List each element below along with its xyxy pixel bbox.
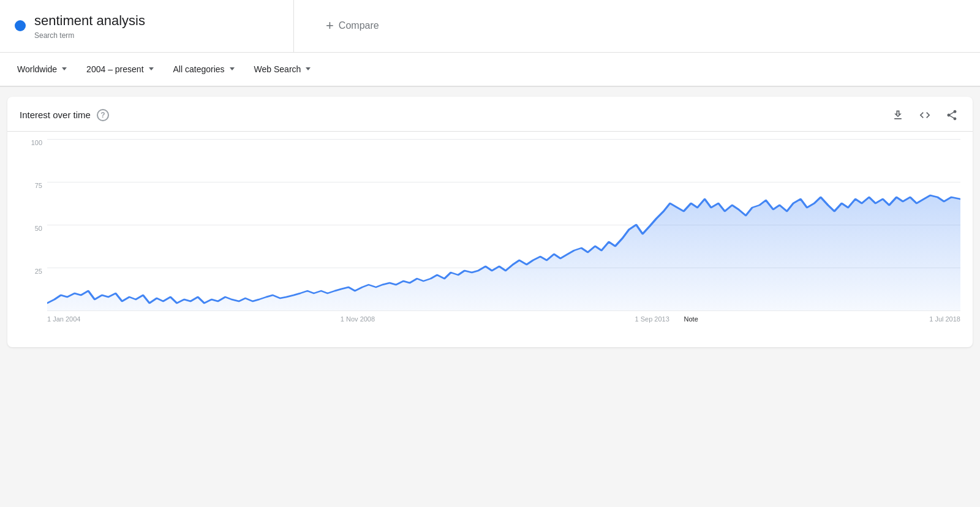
compare-button[interactable]: + Compare [318, 14, 386, 37]
category-chevron-icon [230, 67, 235, 70]
y-label-25: 25 [35, 268, 47, 275]
help-icon[interactable]: ? [97, 109, 109, 121]
searchtype-filter-label: Web Search [254, 64, 301, 74]
timerange-filter[interactable]: 2004 – present [79, 59, 160, 79]
x-label-2018: 1 Jul 2018 [929, 315, 960, 323]
trend-line-chart [47, 139, 960, 310]
y-label-50: 50 [35, 225, 47, 232]
y-axis: 100 75 50 25 [20, 139, 47, 310]
y-label-75: 75 [35, 182, 47, 189]
compare-label: Compare [339, 20, 379, 31]
filters-bar: Worldwide 2004 – present All categories … [0, 53, 980, 87]
search-term-subtitle: Search term [34, 31, 145, 40]
region-chevron-icon [62, 67, 67, 70]
region-filter[interactable]: Worldwide [10, 59, 74, 79]
search-term-title: sentiment analysis [34, 12, 145, 30]
x-label-2013: 1 Sep 2013 Note [635, 315, 669, 323]
category-filter[interactable]: All categories [166, 59, 242, 79]
compare-panel: + Compare [294, 0, 980, 52]
region-filter-label: Worldwide [17, 64, 57, 74]
download-icon [892, 109, 904, 121]
share-icon [946, 109, 958, 121]
search-term-panel: sentiment analysis Search term [0, 0, 294, 52]
compare-plus-icon: + [326, 19, 334, 32]
category-filter-label: All categories [173, 64, 225, 74]
chart-title: Interest over time [20, 110, 91, 120]
embed-button[interactable] [916, 107, 933, 124]
searchtype-chevron-icon [306, 67, 311, 70]
x-label-2004: 1 Jan 2004 [47, 315, 80, 323]
x-axis: 1 Jan 2004 1 Nov 2008 1 Sep 2013 Note 1 … [47, 310, 960, 335]
top-section: sentiment analysis Search term + Compare [0, 0, 980, 53]
chart-wrapper: 100 75 50 25 [20, 139, 960, 335]
chart-title-group: Interest over time ? [20, 109, 109, 121]
chart-header: Interest over time ? [7, 107, 973, 132]
timerange-chevron-icon [149, 67, 154, 70]
search-term-text: sentiment analysis Search term [34, 12, 145, 40]
y-label-100: 100 [31, 139, 47, 146]
chart-actions [889, 107, 960, 124]
share-button[interactable] [943, 107, 960, 124]
interest-over-time-section: Interest over time ? [7, 97, 973, 347]
download-button[interactable] [889, 107, 907, 124]
chart-container: 100 75 50 25 [7, 132, 973, 347]
search-term-color-dot [15, 20, 26, 31]
note-label: Note [684, 315, 698, 323]
embed-icon [919, 109, 931, 121]
timerange-filter-label: 2004 – present [86, 64, 143, 74]
searchtype-filter[interactable]: Web Search [247, 59, 318, 79]
x-label-2008: 1 Nov 2008 [341, 315, 375, 323]
